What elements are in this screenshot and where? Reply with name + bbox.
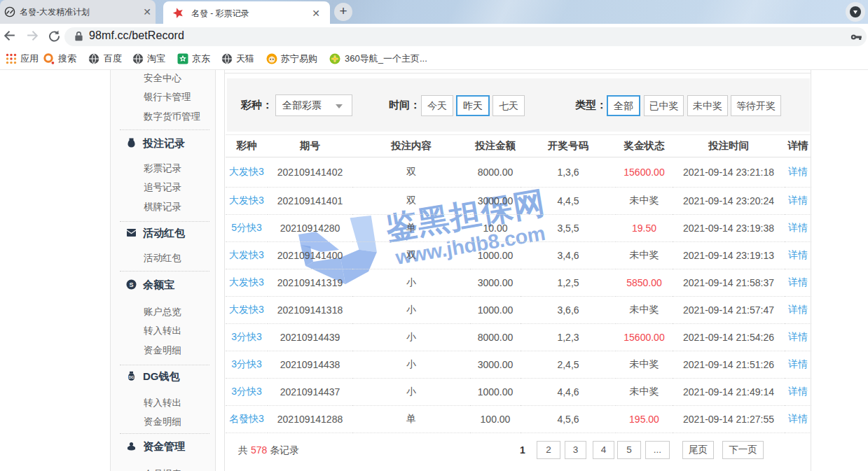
- svg-text:DG: DG: [128, 375, 134, 379]
- svg-text:S: S: [129, 281, 133, 288]
